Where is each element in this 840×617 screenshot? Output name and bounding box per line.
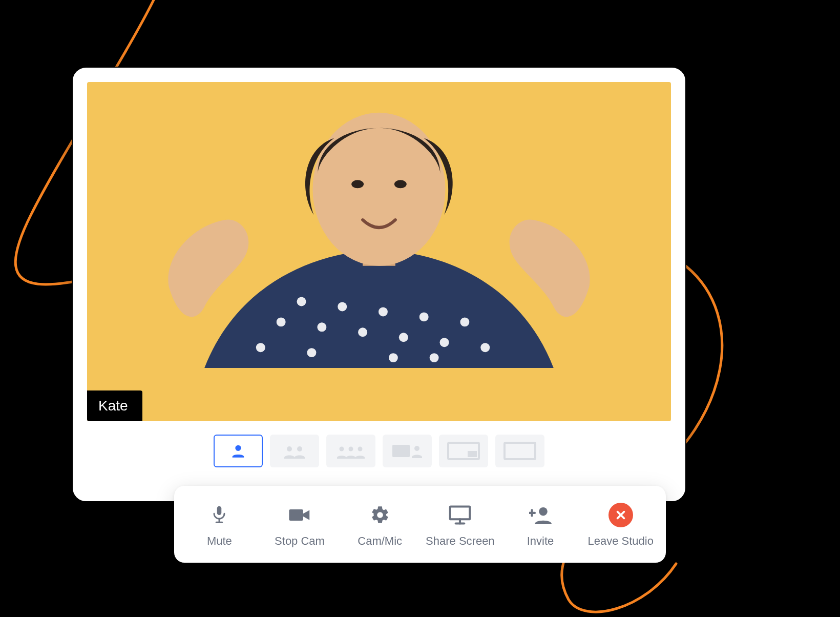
svg-point-4: [358, 327, 367, 337]
layout-option-screen-only[interactable]: [495, 435, 544, 467]
svg-point-19: [235, 445, 241, 451]
screen-only-icon: [501, 440, 538, 462]
svg-point-3: [338, 302, 347, 311]
svg-rect-28: [468, 451, 477, 457]
svg-point-6: [399, 333, 408, 342]
microphone-icon: [207, 503, 232, 527]
person-icon: [229, 442, 247, 460]
svg-point-1: [297, 297, 306, 306]
camera-icon: [287, 503, 312, 527]
svg-point-2: [317, 322, 326, 332]
share-screen-button[interactable]: Share Screen: [420, 495, 500, 556]
layout-option-two-up[interactable]: [270, 435, 319, 467]
screen-pip-icon: [445, 440, 482, 462]
svg-point-8: [440, 338, 449, 347]
svg-point-0: [277, 317, 286, 326]
controls-toolbar: Mute Stop Cam Cam/Mic Share Screen: [174, 486, 666, 563]
svg-point-37: [539, 507, 548, 516]
svg-point-24: [358, 447, 363, 451]
svg-point-10: [256, 343, 265, 352]
svg-point-14: [430, 353, 439, 362]
mute-button[interactable]: Mute: [179, 495, 260, 556]
svg-point-16: [312, 113, 445, 266]
svg-point-11: [480, 343, 490, 352]
two-people-icon: [280, 442, 309, 460]
svg-rect-34: [450, 507, 470, 520]
layout-option-single[interactable]: [214, 435, 263, 467]
screen-person-icon: [389, 441, 425, 461]
layout-option-screen-plus-one[interactable]: [383, 435, 432, 467]
svg-point-23: [349, 447, 353, 451]
gear-icon: [368, 503, 392, 527]
svg-point-12: [307, 348, 316, 357]
studio-window: Kate: [72, 67, 686, 502]
participant-video-placeholder: [87, 82, 671, 368]
svg-point-26: [414, 446, 419, 451]
cam-mic-label: Cam/Mic: [358, 534, 402, 548]
svg-rect-25: [392, 445, 410, 457]
layout-option-three-up[interactable]: [326, 435, 375, 467]
svg-point-21: [297, 446, 302, 451]
svg-point-7: [419, 312, 429, 321]
svg-point-18: [394, 180, 407, 188]
invite-label: Invite: [527, 534, 554, 548]
main-video-tile: Kate: [87, 82, 671, 421]
cam-mic-button[interactable]: Cam/Mic: [340, 495, 420, 556]
layout-switcher: [87, 421, 671, 481]
svg-rect-33: [289, 509, 303, 521]
add-person-icon: [528, 503, 553, 527]
layout-option-screen-pip[interactable]: [439, 435, 488, 467]
leave-studio-label: Leave Studio: [587, 534, 653, 548]
close-icon: [608, 503, 633, 527]
svg-point-17: [351, 180, 364, 188]
participant-name-tag: Kate: [87, 390, 142, 421]
monitor-icon: [448, 503, 472, 527]
svg-rect-30: [217, 506, 222, 515]
svg-point-20: [287, 446, 292, 451]
three-people-icon: [334, 442, 367, 460]
share-screen-label: Share Screen: [426, 534, 495, 548]
stop-cam-label: Stop Cam: [275, 534, 325, 548]
mute-label: Mute: [207, 534, 232, 548]
participant-name-label: Kate: [98, 398, 128, 414]
svg-point-5: [379, 307, 388, 316]
svg-point-13: [389, 353, 398, 362]
svg-rect-29: [505, 443, 535, 459]
stop-cam-button[interactable]: Stop Cam: [260, 495, 340, 556]
invite-button[interactable]: Invite: [500, 495, 581, 556]
svg-point-9: [460, 317, 469, 326]
leave-studio-button[interactable]: Leave Studio: [580, 495, 661, 556]
svg-point-22: [340, 447, 344, 451]
